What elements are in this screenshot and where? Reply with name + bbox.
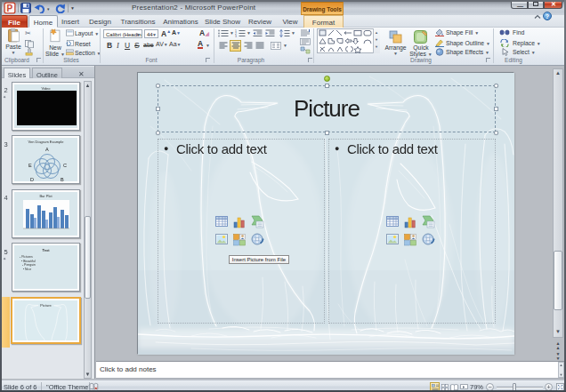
svg-text:P: P — [7, 4, 13, 13]
svg-text:A: A — [45, 147, 49, 152]
svg-text:D: D — [30, 177, 34, 181]
svg-text:E: E — [28, 163, 32, 168]
svg-text:C: C — [63, 163, 67, 168]
svg-text:B: B — [61, 177, 64, 181]
svg-text:3: 3 — [235, 35, 237, 37]
